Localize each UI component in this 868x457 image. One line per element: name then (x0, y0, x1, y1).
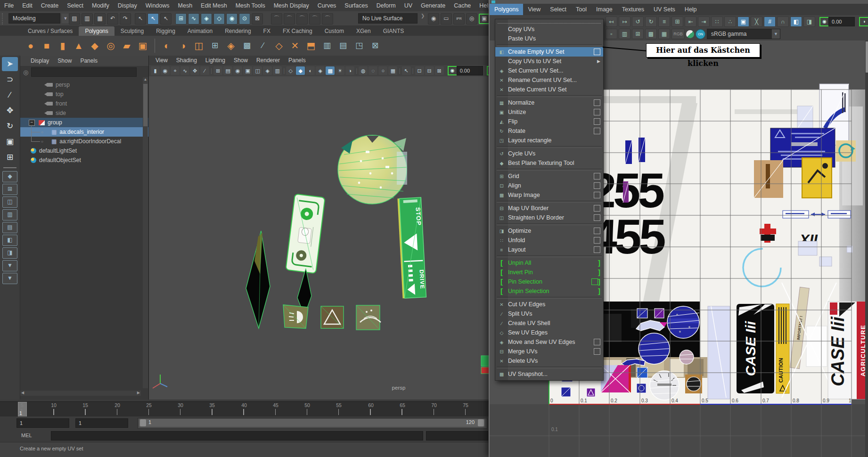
outliner-menu-show[interactable]: Show (54, 57, 75, 64)
select-camera-icon[interactable]: ▮ (151, 66, 160, 75)
render-current-frame-icon[interactable]: ▭ (441, 13, 452, 24)
layout-custom-1[interactable]: ▼ (2, 260, 17, 271)
uv-window-titlebar[interactable] (490, 0, 868, 4)
lattice-icon[interactable]: ▥ (320, 39, 334, 53)
multicut-icon[interactable]: ✕ (288, 39, 302, 53)
viewport-menu-panels[interactable]: Panels (285, 57, 310, 64)
shelf-tab-giants[interactable]: GIANTS (377, 26, 410, 36)
menu-item-warp-image[interactable]: ▩Warp Image (495, 190, 603, 200)
viewport-menu-show[interactable]: Show (230, 57, 252, 64)
pane-menu-icon[interactable]: ⊠ (435, 66, 444, 75)
menu-item-unpin-selection[interactable]: [Unpin Selection] (495, 286, 603, 296)
layout-single-pane[interactable]: ◆ (2, 171, 17, 182)
dim-image-icon[interactable]: ▥ (619, 29, 631, 39)
align-left-icon[interactable]: ⇤ (685, 16, 696, 27)
outliner-item-top[interactable]: top (20, 90, 148, 99)
menu-item-delete-uvs[interactable]: ✕Delete UVs (495, 356, 603, 366)
layout-two-pane[interactable]: ◫ (2, 196, 17, 208)
lasso-tool[interactable]: ⊃ (2, 73, 18, 87)
select-object-icon[interactable]: ↖ (147, 13, 159, 24)
menu-item-straighten-uv-border[interactable]: ◫Straighten UV Border (495, 213, 603, 222)
scale-tool[interactable]: ▣ (2, 135, 18, 149)
film-gate-icon[interactable]: ▤ (223, 66, 232, 75)
unitize-option-box[interactable] (594, 109, 600, 115)
pixel-snap-icon[interactable]: ▫ (606, 29, 617, 39)
animation-start-field[interactable]: 1 (75, 418, 128, 428)
plugin-shapes-icon[interactable]: ▦ (388, 66, 397, 75)
subdiv-icon[interactable]: ◈ (224, 39, 238, 53)
grid-option-box[interactable] (594, 173, 600, 180)
snap-plane-icon[interactable]: ◇ (213, 13, 225, 24)
uv-menu-view[interactable]: View (523, 4, 545, 15)
input-connections-icon[interactable]: ⌒ (271, 13, 282, 24)
viewport-menu-shading[interactable]: Shading (172, 57, 201, 64)
view-grid-icon[interactable]: ⊞ (632, 29, 644, 39)
snap-point-icon[interactable]: ◈ (201, 13, 212, 24)
menu-display[interactable]: Display (114, 0, 141, 11)
snap-surface-icon[interactable]: ◉ (226, 13, 237, 24)
uv-menu-image[interactable]: Image (591, 4, 617, 15)
align-option-box[interactable] (594, 182, 600, 189)
menu-edit-mesh[interactable]: Edit Mesh (197, 0, 231, 11)
range-slider[interactable]: 1 120 (139, 419, 485, 427)
menu-item-split-uvs[interactable]: ∕Split UVs (495, 309, 603, 318)
uv-menu-help[interactable]: Help (680, 4, 702, 15)
pixel-borders-icon[interactable]: ▩ (645, 29, 657, 39)
playback-start-field[interactable]: 1 (16, 418, 69, 428)
outliner-item-default-light-set[interactable]: defaultLightSet (20, 146, 148, 155)
distribute-icon[interactable]: ∷ (711, 16, 723, 27)
straighten-border-option-box[interactable] (594, 214, 600, 221)
menu-edit[interactable]: Edit (18, 0, 37, 11)
scroll-up-icon[interactable]: ▲ (143, 77, 148, 83)
alpha-channel-icon[interactable] (686, 30, 694, 38)
menu-item-set-current-uv-set[interactable]: ◈Set Current UV Set... (495, 66, 603, 75)
snap-grid-icon[interactable]: ⊞ (175, 13, 187, 24)
isolate-select-icon[interactable]: ○ (378, 66, 387, 75)
menu-item-create-empty-uv-set[interactable]: ◧Create Empty UV Set (495, 47, 603, 57)
align-right-icon[interactable]: ⇥ (698, 16, 710, 27)
rgb-channels-icon[interactable]: RGB (671, 29, 685, 39)
uv-gamma-control[interactable]: ◑ 1.00 (859, 17, 868, 26)
menu-item-rotate[interactable]: ↻Rotate (495, 126, 603, 136)
poly-plane-icon[interactable]: ◆ (88, 39, 102, 53)
rotate-cw-icon[interactable]: ↻ (645, 16, 657, 27)
pin-selection-option-box[interactable] (591, 278, 598, 285)
outliner-horizontal-scrollbar[interactable]: ◀▶ (20, 391, 141, 396)
menu-select[interactable]: Select (63, 0, 88, 11)
menu-item-sew-uv-edges[interactable]: ◇Sew UV Edges (495, 328, 603, 337)
menu-deform[interactable]: Deform (372, 0, 400, 11)
symmetry-icon[interactable]: ⌒ (309, 13, 320, 24)
mirror-icon[interactable]: ◫ (192, 39, 206, 53)
menu-item-copy-uvs[interactable]: Copy UVs (495, 24, 603, 34)
drag-handle[interactable] (2, 13, 6, 24)
last-tool[interactable]: ⊞ (2, 150, 18, 164)
range-start-handle[interactable] (140, 419, 146, 426)
warp-image-option-box[interactable] (594, 192, 600, 198)
separate-icon[interactable]: ◑ (176, 39, 190, 53)
grid-snap-icon[interactable]: ⊞ (671, 16, 683, 27)
menu-cache[interactable]: Cache (450, 0, 475, 11)
poly-torus-icon[interactable]: ◎ (104, 39, 118, 53)
shelf-tab-animation[interactable]: Animation (181, 26, 219, 36)
separate-layouts-icon[interactable]: ⊡ (415, 66, 424, 75)
rotate-option-box[interactable] (594, 128, 600, 134)
shelf-tab-polygons[interactable]: Polygons (79, 26, 114, 36)
range-end-handle[interactable] (478, 419, 484, 426)
chevron-down-icon[interactable]: ▼ (62, 14, 69, 23)
merge-uvs-option-box[interactable] (594, 348, 600, 355)
menu-surfaces[interactable]: Surfaces (340, 0, 372, 11)
make-live-icon[interactable]: ⊙ (239, 13, 250, 24)
viewport-canvas[interactable]: STOP DRIVE (149, 76, 489, 400)
outliner-item-front[interactable]: front (20, 99, 148, 108)
menu-item-delete-current-uv-set[interactable]: ✕Delete Current UV Set (495, 85, 603, 94)
menu-item-create-uv-shell[interactable]: ∕Create UV Shell (495, 318, 603, 328)
combine-icon[interactable]: ◐ (160, 39, 174, 53)
menu-modify[interactable]: Modify (88, 0, 114, 11)
safe-action-icon[interactable]: ◈ (263, 66, 272, 75)
ambient-occlusion-icon[interactable]: ☀ (336, 66, 344, 75)
grid-toggle-icon[interactable]: ⊞ (213, 66, 222, 75)
poly-cone-icon[interactable]: ▲ (72, 39, 86, 53)
menu-item-merge-uvs[interactable]: ⊟Merge UVs (495, 347, 603, 356)
shaded-icon[interactable]: ◆ (296, 66, 305, 75)
extrude-icon[interactable]: ▩ (240, 39, 254, 53)
